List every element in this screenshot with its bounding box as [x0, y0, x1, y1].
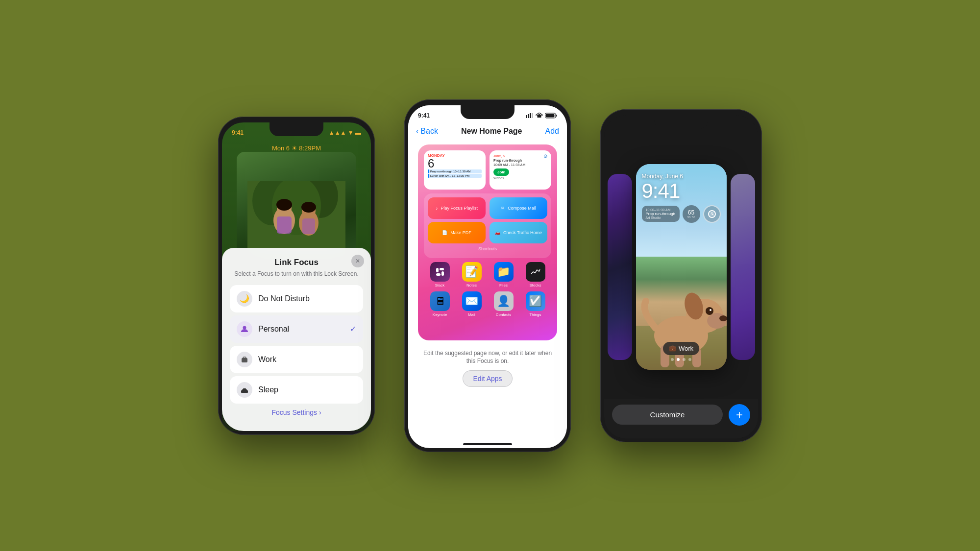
app-notes[interactable]: 📝 Notes	[462, 262, 482, 287]
modal-title: Link Focus	[230, 258, 363, 267]
phone1-status-time: 9:41	[232, 129, 244, 136]
webex-title: Prop run-through	[493, 159, 547, 162]
app-things[interactable]: ☑️ Things	[526, 291, 545, 317]
shortcut-traffic-btn[interactable]: 🚗 Check Traffic Home	[490, 222, 547, 243]
dot-3	[683, 358, 686, 361]
webex-join-button[interactable]: Join	[493, 168, 509, 176]
music-icon: ♪	[436, 206, 438, 211]
phone1: 9:41 ▲▲▲ ▼ ▬ Mon 6 ☀ 8:29PM 9:41	[218, 117, 375, 435]
things-label: Things	[529, 312, 541, 317]
focus-item-dnd[interactable]: 🌙 Do Not Disturb	[230, 285, 363, 312]
back-chevron: ‹	[416, 127, 418, 136]
pdf-label: Make PDF	[450, 230, 471, 235]
shortcuts-label: Shortcuts	[428, 246, 547, 251]
focus-settings-chevron: ›	[319, 408, 321, 416]
phone3-screen: PHOTO	[604, 115, 758, 438]
stocks-label: Stocks	[529, 283, 541, 287]
webex-time: 10:09 AM - 11:38 AM	[493, 163, 547, 167]
mail-label: Compose Mail	[508, 206, 536, 211]
phone2-status-icons	[526, 113, 557, 119]
app-stocks[interactable]: Stocks	[526, 262, 545, 287]
wallpaper-main[interactable]: Monday, June 6 9:41 10:00–11:30 AM Prop …	[636, 164, 727, 370]
work-badge-label: Work	[679, 345, 693, 352]
temp-sub: 55 72	[687, 216, 695, 218]
cal-day: MONDAY	[428, 153, 482, 158]
app-contacts[interactable]: 👤 Contacts	[494, 291, 514, 317]
files-label: Files	[499, 283, 508, 287]
focus-settings-link[interactable]: Focus Settings ›	[230, 408, 363, 416]
add-lockscreen-button[interactable]: +	[729, 404, 750, 426]
back-button[interactable]: ‹ Back	[416, 127, 438, 136]
svg-rect-23	[546, 114, 555, 117]
shortcut-pdf-btn[interactable]: 📄 Make PDF	[428, 222, 486, 243]
focus-item-personal[interactable]: Personal ✓	[230, 315, 363, 343]
footer-text: Edit the suggested page now, or edit it …	[418, 349, 557, 366]
focus-item-sleep[interactable]: Sleep	[230, 376, 363, 404]
svg-point-9	[301, 202, 316, 213]
svg-rect-17	[243, 388, 246, 390]
shortcut-music-btn[interactable]: ♪ Play Focus Playlist	[428, 197, 486, 219]
modal-close-button[interactable]: ✕	[351, 255, 364, 267]
focus-settings-label: Focus Settings	[271, 408, 317, 416]
phones-container: 9:41 ▲▲▲ ▼ ▬ Mon 6 ☀ 8:29PM 9:41	[0, 0, 980, 551]
svg-point-36	[710, 309, 711, 311]
wallpaper-right[interactable]	[731, 174, 755, 360]
cal-event-1: Prop run-through 10–11:30 AM	[428, 169, 482, 173]
shortcut-mail-btn[interactable]: ✉ Compose Mail	[490, 197, 547, 219]
webex-label: Webex	[493, 176, 547, 180]
traffic-label: Check Traffic Home	[503, 230, 542, 235]
home-indicator	[463, 443, 512, 445]
dot-4	[688, 358, 691, 361]
app-mail[interactable]: ✉️ Mail	[462, 291, 482, 317]
phone1-status-icons: ▲▲▲ ▼ ▬	[329, 129, 361, 136]
slack-label: Slack	[435, 283, 445, 287]
work-focus-badge: 💼 Work	[663, 342, 699, 355]
app-slack[interactable]: Slack	[430, 262, 450, 287]
contacts-label: Contacts	[496, 312, 512, 317]
lock-date: Monday, June 6	[642, 173, 721, 180]
page-dots	[671, 358, 691, 361]
svg-rect-27	[440, 268, 444, 270]
moon-icon: 🌙	[237, 291, 252, 307]
link-focus-modal: ✕ Link Focus Select a Focus to turn on w…	[222, 248, 371, 431]
svg-rect-24	[556, 115, 557, 117]
lock-widget-temp: 65 55 72	[683, 205, 700, 223]
shortcuts-section: ♪ Play Focus Playlist ✉ Compose Mail 📄 M…	[424, 193, 551, 258]
phone3-bottom-bar: Customize +	[604, 399, 758, 438]
slack-icon	[430, 262, 450, 282]
page-title: New Home Page	[461, 127, 522, 136]
mail-icon: ✉	[501, 206, 505, 211]
phone1-notch	[270, 122, 323, 136]
phone2-screen: 9:41 ‹ Back New Home Page Add	[408, 105, 567, 448]
shortcut-row-1: ♪ Play Focus Playlist ✉ Compose Mail	[428, 197, 547, 219]
edit-apps-button[interactable]: Edit Apps	[463, 370, 512, 387]
keynote-label: Keynote	[433, 312, 447, 317]
music-label: Play Focus Playlist	[441, 206, 478, 211]
add-button[interactable]: Add	[545, 127, 559, 136]
keynote-icon: 🖥	[430, 291, 450, 311]
focus-label-sleep: Sleep	[258, 385, 356, 394]
sleep-icon	[237, 382, 252, 398]
mail-label-app: Mail	[468, 312, 475, 317]
lock-time: 9:41	[642, 181, 721, 201]
wallpaper-carousel: Monday, June 6 9:41 10:00–11:30 AM Prop …	[604, 135, 758, 399]
phone1-screen: 9:41 ▲▲▲ ▼ ▬ Mon 6 ☀ 8:29PM 9:41	[222, 122, 371, 431]
focus-item-work[interactable]: Work	[230, 346, 363, 373]
home-preview: MONDAY 6 Prop run-through 10–11:30 AM Lu…	[418, 144, 557, 340]
mail-app-icon: ✉️	[462, 291, 482, 311]
wallpaper-left[interactable]	[608, 174, 632, 360]
phone2-notch	[461, 105, 514, 119]
webex-header: June, 6 ⊙	[493, 153, 547, 159]
lock-event-time: 10:00–11:30 AM	[646, 208, 676, 212]
dot-1	[671, 358, 674, 361]
app-keynote[interactable]: 🖥 Keynote	[430, 291, 450, 317]
lock-event-place: Art Studio	[646, 216, 676, 219]
personal-icon	[237, 321, 252, 337]
svg-point-12	[243, 326, 246, 329]
svg-rect-10	[277, 216, 292, 234]
girls-photo	[237, 152, 356, 260]
shortcut-row-2: 📄 Make PDF 🚗 Check Traffic Home	[428, 222, 547, 243]
customize-button[interactable]: Customize	[612, 405, 723, 425]
dot-2-active	[677, 358, 680, 361]
app-files[interactable]: 📁 Files	[494, 262, 514, 287]
